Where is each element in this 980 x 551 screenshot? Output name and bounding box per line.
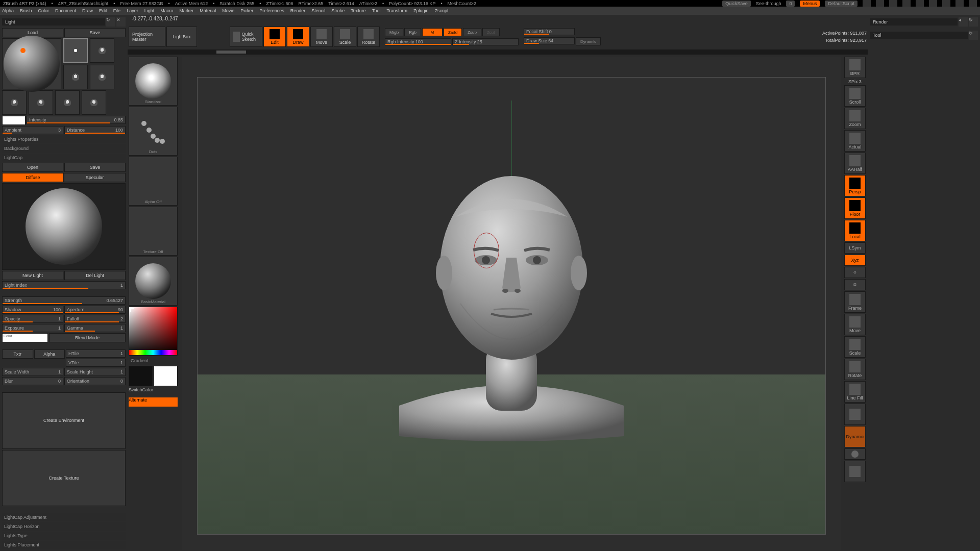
menu-color[interactable]: Color xyxy=(38,8,50,13)
maximize-icon[interactable] xyxy=(955,0,964,7)
zoom-button[interactable]: Zoom xyxy=(844,108,866,129)
gamma-slider[interactable]: Gamma1 xyxy=(64,324,126,332)
scale-width-slider[interactable]: Scale Width1 xyxy=(2,368,63,376)
strength-slider[interactable]: Strength0.65427 xyxy=(2,296,126,305)
alternate-button[interactable]: Alternate xyxy=(129,397,178,407)
xyz-button[interactable]: Xyz xyxy=(844,255,866,266)
light-2[interactable] xyxy=(90,38,114,63)
transp-button[interactable] xyxy=(844,404,866,425)
light-6[interactable] xyxy=(29,90,53,115)
help-icon[interactable] xyxy=(916,0,924,7)
menu-render[interactable]: Render xyxy=(290,8,306,13)
move-nav-button[interactable]: Move xyxy=(844,314,866,335)
panel-close-icon[interactable]: ✕ xyxy=(116,17,126,27)
light-4[interactable] xyxy=(90,65,114,89)
menu-layer[interactable]: Layer xyxy=(127,8,138,13)
lightcap-preview[interactable] xyxy=(2,183,126,270)
exposure-slider[interactable]: Exposure1 xyxy=(2,324,63,332)
shadow-slider[interactable]: Shadow100 xyxy=(2,306,63,314)
zcut-button[interactable]: Zcut xyxy=(482,28,500,36)
rgb-button[interactable]: Rgb xyxy=(404,28,421,36)
ambient-slider[interactable]: Ambient3 xyxy=(2,126,63,134)
scale-nav-button[interactable]: Scale xyxy=(844,336,866,358)
gradient-color-1[interactable] xyxy=(129,366,153,386)
mrgb-button[interactable]: Mrgb xyxy=(385,28,403,36)
lightbox-button[interactable]: LightBox xyxy=(166,27,197,47)
floor-button[interactable]: Floor xyxy=(844,197,866,219)
menu-alpha[interactable]: Alpha xyxy=(2,8,14,13)
scale-height-slider[interactable]: Scale Height1 xyxy=(64,368,126,376)
aperture-slider[interactable]: Aperture90 xyxy=(64,306,126,314)
txtr-button[interactable]: Txtr xyxy=(2,349,33,359)
menu-texture[interactable]: Texture xyxy=(351,8,366,13)
home-icon[interactable] xyxy=(863,0,871,7)
menu-brush[interactable]: Brush xyxy=(20,8,32,13)
sculpt-model[interactable] xyxy=(369,120,654,446)
panel-refresh-icon[interactable]: ↻ xyxy=(106,17,115,27)
solo-button[interactable] xyxy=(844,448,866,460)
light-color-swatch[interactable] xyxy=(2,116,26,125)
polyframe-button[interactable] xyxy=(844,461,866,482)
color-swatch[interactable]: Color xyxy=(2,333,48,342)
menu-macro[interactable]: Macro xyxy=(160,8,173,13)
menu-marker[interactable]: Marker xyxy=(179,8,193,13)
viewport[interactable] xyxy=(182,57,841,550)
m-button[interactable]: M xyxy=(422,28,443,36)
menus-button[interactable]: Menus xyxy=(800,1,820,7)
zsub-button[interactable]: Zsub xyxy=(463,28,481,36)
new-light-button[interactable]: New Light xyxy=(2,271,63,280)
projection-master-button[interactable]: Projection Master xyxy=(129,27,165,47)
menu-document[interactable]: Document xyxy=(55,8,76,13)
persp-button[interactable]: Persp xyxy=(844,175,866,196)
quick-bar[interactable] xyxy=(128,49,868,55)
prefs-icon[interactable] xyxy=(902,0,911,7)
z-intensity-slider[interactable]: Z Intensity 25 xyxy=(452,38,519,45)
light-1[interactable] xyxy=(63,38,88,63)
gradient-label[interactable]: Gradient xyxy=(129,357,178,365)
menu-movie[interactable]: Movie xyxy=(222,8,234,13)
vtile-slider[interactable]: VTile1 xyxy=(66,359,126,367)
local-button[interactable]: Local xyxy=(844,220,866,241)
color-picker[interactable] xyxy=(129,307,178,356)
draw-button[interactable]: Draw xyxy=(287,27,309,47)
zadd-button[interactable]: Zadd xyxy=(444,28,462,36)
menu-stroke[interactable]: Stroke xyxy=(331,8,345,13)
orientation-slider[interactable]: Orientation0 xyxy=(64,377,126,385)
close-icon[interactable] xyxy=(969,0,977,7)
blend-mode-button[interactable]: Blend Mode xyxy=(49,333,126,342)
save2-button[interactable]: Save xyxy=(64,163,126,172)
menu-light[interactable]: Light xyxy=(144,8,155,13)
save-button[interactable]: Save xyxy=(64,28,126,37)
menu-transform[interactable]: Transform xyxy=(386,8,407,13)
quicksave-button[interactable]: QuickSave xyxy=(722,1,751,7)
default-script[interactable]: DefaultScript xyxy=(825,1,857,7)
light-direction-sphere[interactable] xyxy=(4,36,60,92)
gradient-color-2[interactable] xyxy=(154,366,178,386)
switch-color-button[interactable]: SwitchColor xyxy=(129,387,178,396)
light-5[interactable] xyxy=(2,90,27,115)
see-through-value[interactable]: 0 xyxy=(786,1,795,7)
lsym-button[interactable]: LSym xyxy=(844,242,866,254)
lightcap-horizon-header[interactable]: LightCap Horizon xyxy=(2,522,126,531)
menu-stencil[interactable]: Stencil xyxy=(311,8,325,13)
dynamic-button[interactable]: Dynamic xyxy=(576,37,601,45)
blur-slider[interactable]: Blur0 xyxy=(2,377,63,385)
lightcap-header[interactable]: LightCap xyxy=(2,154,126,162)
collapse-icon[interactable] xyxy=(889,0,897,7)
texture-thumbnail[interactable]: Texture Off xyxy=(129,207,178,256)
frame-button[interactable]: Frame xyxy=(844,291,866,313)
focal-shift-slider[interactable]: Focal Shift 0 xyxy=(524,28,575,35)
render-pin-icon[interactable]: ↻ xyxy=(969,17,978,27)
light-index-slider[interactable]: Light Index1 xyxy=(2,281,126,289)
dynamic-nav-button[interactable]: Dynamic xyxy=(844,426,866,447)
brush-thumbnail[interactable]: Standard xyxy=(129,57,178,106)
bpr-button[interactable]: BPR xyxy=(844,57,866,78)
rot-axis-2[interactable]: ⊡ xyxy=(844,279,866,290)
falloff-slider[interactable]: Falloff2 xyxy=(64,315,126,323)
rgb-intensity-slider[interactable]: Rgb Intensity 100 xyxy=(385,38,451,45)
menu-picker[interactable]: Picker xyxy=(240,8,253,13)
draw-size-slider[interactable]: Draw Size 64 xyxy=(524,37,575,44)
menu-tool[interactable]: Tool xyxy=(372,8,381,13)
actual-button[interactable]: Actual xyxy=(844,130,866,152)
lights-type-header[interactable]: Lights Type xyxy=(2,532,126,540)
